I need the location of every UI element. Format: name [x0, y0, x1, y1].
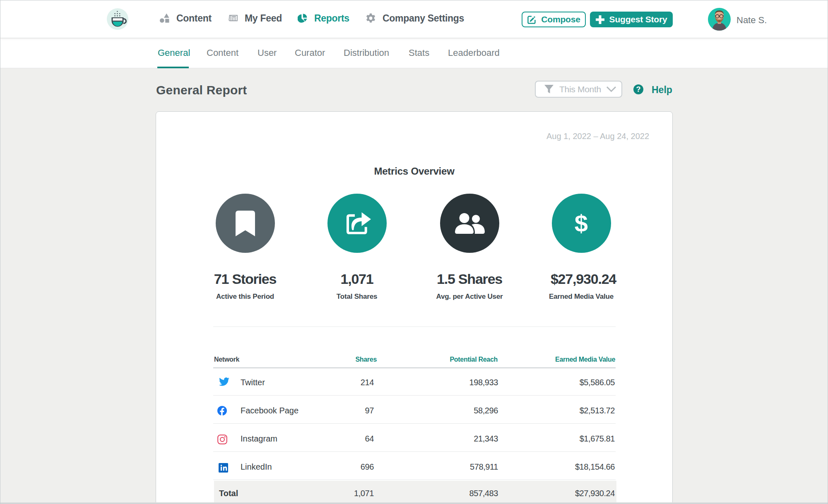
- svg-text:$: $: [575, 210, 588, 237]
